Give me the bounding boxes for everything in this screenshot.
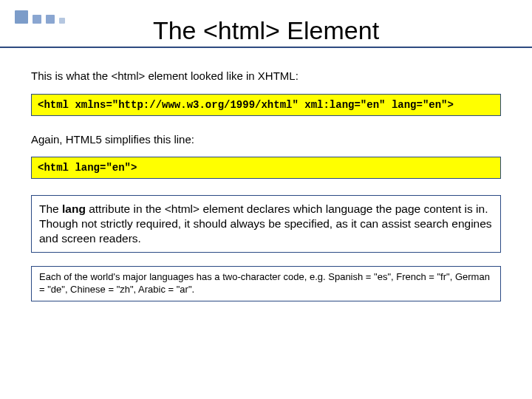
square-icon (15, 10, 28, 24)
slide-content: This is what the <html> element looked l… (0, 48, 532, 301)
square-icon (46, 15, 55, 24)
lang-box-rest: attribute in the <html> element declares… (39, 202, 492, 245)
simplify-text: Again, HTML5 simplifies this line: (31, 132, 501, 147)
square-icon (33, 15, 41, 24)
html5-code-box: <html lang="en"> (31, 157, 501, 179)
slide-title: The <html> Element (0, 16, 532, 45)
intro-text: This is what the <html> element looked l… (31, 69, 501, 83)
lang-box-bold: lang (62, 202, 86, 215)
decorative-squares (15, 10, 65, 24)
xhtml-code-box: <html xmlns="http://www.w3.org/1999/xhtm… (31, 94, 501, 116)
lang-attribute-info-box: The lang attribute in the <html> element… (31, 195, 501, 253)
square-icon (59, 18, 65, 24)
lang-box-prefix: The (39, 202, 62, 215)
language-codes-note-box: Each of the world's major languages has … (31, 266, 501, 301)
